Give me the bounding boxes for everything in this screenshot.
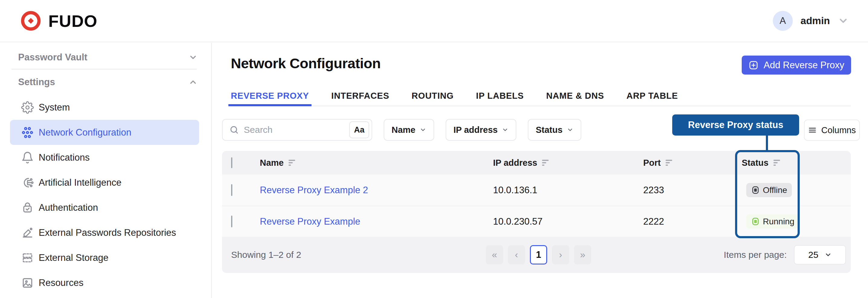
stopped-square-icon <box>751 186 760 194</box>
tab-ip-labels[interactable]: IP LABELS <box>474 91 526 106</box>
sidebar-section-password-vault[interactable]: Password Vault <box>18 49 197 65</box>
lock-check-icon <box>21 201 34 214</box>
user-name: admin <box>801 15 830 27</box>
items-per-page-select[interactable]: 25 <box>794 245 846 264</box>
ai-circuit-icon <box>21 176 34 189</box>
tab-routing[interactable]: ROUTING <box>409 91 456 106</box>
gear-icon <box>21 101 34 114</box>
table-row: Reverse Proxy Example 2 10.0.136.1 2233 … <box>222 174 851 206</box>
sidebar-item-artificial-intelligence[interactable]: Artificial Intelligence <box>10 170 199 195</box>
column-header-ip-address[interactable]: IP address <box>490 158 641 168</box>
filter-label: IP address <box>454 125 498 135</box>
status-label: Offline <box>763 186 787 195</box>
add-reverse-proxy-label: Add Reverse Proxy <box>764 60 844 71</box>
running-square-icon <box>751 217 760 226</box>
sidebar-item-authentication[interactable]: Authentication <box>10 195 199 220</box>
image-icon <box>21 276 34 289</box>
network-nodes-icon <box>21 126 34 139</box>
chevron-down-icon <box>567 127 574 133</box>
storage-dashed-icon <box>21 252 34 264</box>
columns-button[interactable]: Columns <box>804 120 860 141</box>
ip-address-value: 10.0.230.57 <box>490 216 641 227</box>
filter-label: Status <box>536 125 563 135</box>
sidebar-item-system[interactable]: System <box>10 95 199 120</box>
sidebar-item-label: System <box>39 102 70 113</box>
sidebar-item-network-configuration[interactable]: Network Configuration <box>10 120 199 145</box>
chevron-down-icon <box>825 251 832 259</box>
column-header-name[interactable]: Name <box>257 158 490 168</box>
user-menu[interactable]: A admin <box>773 11 849 31</box>
sidebar-item-label: External Passwords Repositories <box>39 227 176 238</box>
tab-bar: REVERSE PROXY INTERFACES ROUTING IP LABE… <box>228 91 680 106</box>
filter-name[interactable]: Name <box>384 119 434 141</box>
sidebar-item-external-storage[interactable]: External Storage <box>10 245 199 270</box>
next-page-button[interactable]: › <box>552 245 569 264</box>
reverse-proxy-link[interactable]: Reverse Proxy Example <box>260 216 361 227</box>
last-page-button[interactable]: » <box>574 245 591 264</box>
search-box: Aa <box>222 119 372 141</box>
tab-arp-table[interactable]: ARP TABLE <box>624 91 680 106</box>
first-page-button[interactable]: « <box>486 245 503 264</box>
sidebar-item-resources[interactable]: Resources <box>10 270 199 295</box>
showing-count: Showing 1–2 of 2 <box>231 250 486 260</box>
items-per-page-label: Items per page: <box>724 250 787 260</box>
table-row: Reverse Proxy Example 10.0.230.57 2222 R… <box>222 206 851 237</box>
menu-lines-icon <box>808 126 817 135</box>
reverse-proxy-link[interactable]: Reverse Proxy Example 2 <box>260 185 368 195</box>
fudo-pinwheel-icon <box>20 10 42 32</box>
port-value: 2222 <box>641 216 737 227</box>
sidebar-item-external-passwords-repositories[interactable]: External Passwords Repositories <box>10 220 199 245</box>
bell-icon <box>21 151 34 164</box>
chevron-down-icon <box>420 127 426 133</box>
pen-stamp-icon <box>21 226 34 239</box>
sidebar-divider <box>11 69 197 69</box>
sidebar-item-label: Network Configuration <box>39 127 131 138</box>
reverse-proxy-table: Name IP address Port Status Reverse Prox… <box>222 151 851 273</box>
topbar: FUDO A admin <box>0 0 868 42</box>
search-icon <box>229 125 239 135</box>
sidebar-item-label: Notifications <box>39 152 90 163</box>
add-reverse-proxy-button[interactable]: Add Reverse Proxy <box>742 56 851 74</box>
current-page-button[interactable]: 1 <box>530 245 547 264</box>
sidebar-item-label: Authentication <box>39 202 98 213</box>
items-per-page-value: 25 <box>808 250 818 260</box>
tab-interfaces[interactable]: INTERFACES <box>329 91 392 106</box>
case-sensitivity-toggle[interactable]: Aa <box>349 121 369 138</box>
status-badge: Offline <box>746 183 792 197</box>
callout-connector-line <box>766 136 768 151</box>
column-header-status[interactable]: Status <box>737 158 851 168</box>
sort-bars-icon <box>665 160 672 166</box>
filter-ip-address[interactable]: IP address <box>446 119 516 141</box>
chevron-down-icon <box>838 15 849 26</box>
section-label: Settings <box>18 77 55 88</box>
row-checkbox[interactable] <box>231 216 232 227</box>
reverse-proxy-status-callout: Reverse Proxy status <box>672 114 799 136</box>
plus-square-icon <box>748 60 758 70</box>
table-toolbar: Aa Name IP address Status <box>222 119 581 141</box>
port-value: 2233 <box>641 185 737 196</box>
search-input[interactable] <box>244 125 344 135</box>
tab-name-and-dns[interactable]: NAME & DNS <box>544 91 607 106</box>
brand-wordmark: FUDO <box>48 11 98 31</box>
chevron-up-icon <box>188 77 197 87</box>
column-header-port[interactable]: Port <box>641 158 737 168</box>
ip-address-value: 10.0.136.1 <box>490 185 641 196</box>
page-title: Network Configuration <box>231 55 381 72</box>
tab-reverse-proxy[interactable]: REVERSE PROXY <box>228 91 311 106</box>
filter-status[interactable]: Status <box>528 119 581 141</box>
previous-page-button[interactable]: ‹ <box>508 245 525 264</box>
sort-bars-icon <box>288 160 295 166</box>
avatar: A <box>773 11 793 31</box>
sort-bars-icon <box>773 160 780 166</box>
status-badge: Running <box>746 214 799 229</box>
chevron-down-icon <box>188 53 197 62</box>
select-all-checkbox[interactable] <box>231 157 232 168</box>
status-label: Running <box>763 217 794 226</box>
sidebar-item-notifications[interactable]: Notifications <box>10 145 199 170</box>
chevron-down-icon <box>502 127 508 133</box>
row-checkbox[interactable] <box>231 184 232 196</box>
table-footer: Showing 1–2 of 2 « ‹ 1 › » Items per pag… <box>222 237 851 273</box>
sort-bars-icon <box>542 160 549 166</box>
brand-logo[interactable]: FUDO <box>20 10 98 32</box>
sidebar-section-settings[interactable]: Settings <box>18 74 197 90</box>
